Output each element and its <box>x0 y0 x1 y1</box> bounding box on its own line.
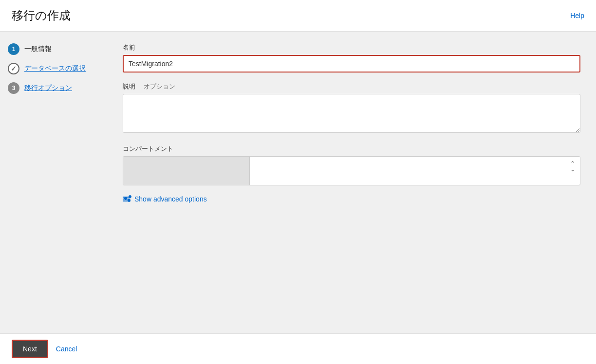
header: 移行の作成 Help <box>0 0 596 32</box>
sidebar-item-step3[interactable]: 3 移行オプション <box>8 82 99 94</box>
description-field-group: 説明 オプション <box>123 82 580 135</box>
sliders-icon <box>123 197 130 201</box>
name-field-group: 名前 <box>123 43 580 73</box>
advanced-options-label: Show advanced options <box>134 195 207 203</box>
main-content: 1 一般情報 ✓ データベースの選択 3 移行オプション 名前 説明 <box>0 32 596 333</box>
step1-label: 一般情報 <box>24 45 52 54</box>
step3-number: 3 <box>12 85 16 91</box>
step2-circle: ✓ <box>8 63 19 74</box>
help-link[interactable]: Help <box>570 12 584 19</box>
sidebar: 1 一般情報 ✓ データベースの選択 3 移行オプション <box>0 32 107 333</box>
step2-checkmark: ✓ <box>11 65 17 73</box>
compartment-left-panel <box>123 157 250 185</box>
description-label-text: 説明 <box>123 83 135 90</box>
step1-circle: 1 <box>8 43 19 55</box>
step2-label[interactable]: データベースの選択 <box>24 64 86 73</box>
next-button[interactable]: Next <box>12 340 48 358</box>
compartment-arrows-icon[interactable]: ⌃ ⌄ <box>570 161 575 172</box>
step3-label[interactable]: 移行オプション <box>24 84 72 92</box>
slider-line-3 <box>123 200 130 201</box>
step1-number: 1 <box>12 46 16 53</box>
arrow-down-icon: ⌄ <box>570 166 575 172</box>
compartment-field-group: コンパートメント ⌃ ⌄ <box>123 145 580 185</box>
form-area: 名前 説明 オプション コンパートメント ⌃ ⌄ <box>107 32 596 333</box>
advanced-options-link[interactable]: Show advanced options <box>123 195 580 203</box>
sidebar-item-step1[interactable]: 1 一般情報 <box>8 43 99 55</box>
description-optional-text: オプション <box>137 83 175 90</box>
compartment-label: コンパートメント <box>123 145 580 153</box>
name-input[interactable] <box>123 55 580 73</box>
compartment-right-panel: ⌃ ⌄ <box>250 157 580 185</box>
cancel-link[interactable]: Cancel <box>56 345 77 353</box>
page-title: 移行の作成 <box>12 8 71 23</box>
footer: Next Cancel <box>0 333 596 364</box>
description-textarea[interactable] <box>123 94 580 133</box>
compartment-select-wrapper[interactable]: ⌃ ⌄ <box>123 156 580 185</box>
description-label: 説明 オプション <box>123 82 580 91</box>
name-label: 名前 <box>123 43 580 52</box>
step3-circle: 3 <box>8 82 19 94</box>
sidebar-item-step2[interactable]: ✓ データベースの選択 <box>8 63 99 74</box>
